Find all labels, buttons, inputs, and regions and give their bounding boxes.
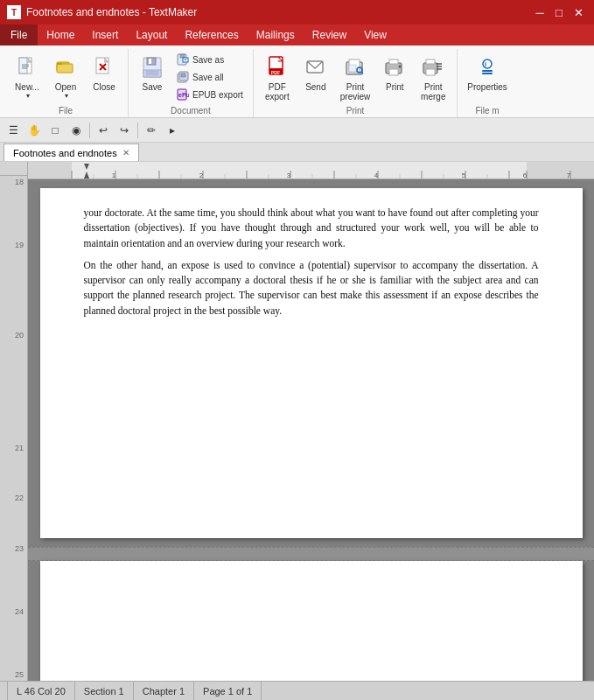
tab-close-icon[interactable]: ✕ xyxy=(122,148,129,158)
open-icon xyxy=(52,53,80,81)
save-as-button[interactable]: Save as xyxy=(172,51,248,68)
toolbar-zoom-btn[interactable]: ◉ xyxy=(66,121,86,140)
save-all-button[interactable]: Save all xyxy=(172,68,248,86)
toolbar-page-btn[interactable]: □ xyxy=(45,121,65,140)
epub-export-label: EPUB export xyxy=(192,90,243,100)
menu-bar: File Home Insert Layout References Maili… xyxy=(0,24,594,46)
svg-text:3: 3 xyxy=(287,172,291,179)
svg-text:ePub: ePub xyxy=(178,92,189,98)
page-separator xyxy=(28,547,594,561)
print-preview-icon xyxy=(341,53,369,81)
status-chapter: Chapter 1 xyxy=(134,682,194,700)
svg-rect-45 xyxy=(482,70,493,72)
menu-view[interactable]: View xyxy=(355,24,395,46)
print-merge-button[interactable]: Printmerge xyxy=(415,51,451,104)
line-18: 18 xyxy=(0,176,27,188)
window-controls: ─ □ ✕ xyxy=(531,4,587,20)
pdf-icon: PDF xyxy=(263,53,291,81)
line-25: 25 xyxy=(0,668,27,681)
minimize-button[interactable]: ─ xyxy=(531,4,549,20)
ribbon-group-print: PDF PDFexport Send xyxy=(255,49,458,117)
svg-rect-17 xyxy=(180,54,185,58)
line-margin: 18 19 20 21 22 23 24 25 xyxy=(0,162,28,681)
status-section: Section 1 xyxy=(75,682,134,700)
ribbon: New... Open xyxy=(0,46,594,118)
print-label: Print xyxy=(386,82,404,92)
tab-bar: Footnotes and endnotes ✕ xyxy=(0,143,594,162)
open-button[interactable]: Open xyxy=(47,51,84,102)
print-preview-label: Printpreview xyxy=(340,82,370,102)
toolbar-redo-btn[interactable]: ↪ xyxy=(115,121,134,140)
svg-rect-46 xyxy=(482,73,493,74)
svg-text:5: 5 xyxy=(462,172,466,179)
file-group-label: File xyxy=(59,106,73,116)
svg-text:7: 7 xyxy=(567,172,571,179)
new-label: New... xyxy=(15,82,39,92)
line-21: 21 xyxy=(0,442,27,454)
close-button[interactable]: Close xyxy=(86,51,122,94)
send-button[interactable]: Send xyxy=(297,51,334,94)
ribbon-group-file: New... Open xyxy=(5,49,129,117)
svg-rect-34 xyxy=(389,60,398,64)
save-button[interactable]: Save xyxy=(134,51,171,94)
new-button[interactable]: New... xyxy=(9,51,45,102)
ruler-left xyxy=(0,162,27,176)
ribbon-group-fileinfo: i Properties File m xyxy=(459,49,517,117)
properties-icon: i xyxy=(473,53,501,81)
paragraph-2: On the other hand, an expose is used to … xyxy=(84,258,539,318)
toolbar: ☰ ✋ □ ◉ ↩ ↪ ✏ ▸ xyxy=(0,118,594,143)
close-button[interactable]: ✕ xyxy=(570,4,587,20)
epub-export-button[interactable]: ePub EPUB export xyxy=(172,86,248,103)
editor-area: 18 19 20 21 22 23 24 25 xyxy=(0,162,594,681)
svg-point-36 xyxy=(399,66,402,68)
toolbar-edit-btn[interactable]: ✏ xyxy=(142,121,161,140)
tab-footnotes[interactable]: Footnotes and endnotes ✕ xyxy=(3,144,139,161)
save-icon xyxy=(138,53,166,81)
toolbar-sep-2 xyxy=(137,122,138,138)
ruler-content: 1 2 3 4 5 6 7 xyxy=(28,162,594,178)
svg-text:1: 1 xyxy=(112,172,116,179)
menu-review[interactable]: Review xyxy=(304,24,355,46)
window-title: Footnotes and endnotes - TextMaker xyxy=(26,6,531,18)
print-button[interactable]: Print xyxy=(376,51,413,94)
toolbar-play-btn[interactable]: ▸ xyxy=(163,121,182,140)
send-label: Send xyxy=(305,82,325,92)
save-all-label: Save all xyxy=(192,73,224,82)
document-page-2[interactable] xyxy=(40,561,583,681)
menu-mailings[interactable]: Mailings xyxy=(248,24,304,46)
line-22: 22 xyxy=(0,492,27,504)
save-label: Save xyxy=(143,82,163,92)
maximize-button[interactable]: □ xyxy=(550,4,568,20)
properties-label: Properties xyxy=(467,82,507,92)
menu-file[interactable]: File xyxy=(0,24,38,46)
menu-references[interactable]: References xyxy=(176,24,247,46)
save-stacked: Save as Save all ePub xyxy=(172,51,248,103)
toolbar-hand-btn[interactable]: ✋ xyxy=(24,121,44,140)
svg-rect-35 xyxy=(389,69,398,75)
svg-rect-48 xyxy=(72,162,527,179)
menu-layout[interactable]: Layout xyxy=(127,24,176,46)
svg-line-32 xyxy=(362,73,364,74)
line-23: 23 xyxy=(0,542,27,555)
status-bar: L 46 Col 20 Section 1 Chapter 1 Page 1 o… xyxy=(0,681,594,700)
svg-rect-38 xyxy=(426,60,435,64)
svg-rect-6 xyxy=(57,64,73,73)
toolbar-undo-btn[interactable]: ↩ xyxy=(94,121,113,140)
ruler: 1 2 3 4 5 6 7 xyxy=(28,162,594,179)
menu-home[interactable]: Home xyxy=(38,24,83,46)
print-preview-button[interactable]: Printpreview xyxy=(336,51,374,104)
svg-rect-15 xyxy=(146,71,158,75)
toolbar-menu-btn[interactable]: ☰ xyxy=(3,121,23,140)
menu-insert[interactable]: Insert xyxy=(83,24,127,46)
document-canvas[interactable]: 1 2 3 4 5 6 7 xyxy=(28,162,594,681)
print-merge-label: Printmerge xyxy=(421,82,445,102)
svg-rect-39 xyxy=(426,69,435,75)
pdf-export-button[interactable]: PDF PDFexport xyxy=(259,51,296,104)
document-page[interactable]: your doctorate. At the same time, you sh… xyxy=(40,188,583,538)
tab-footnotes-label: Footnotes and endnotes xyxy=(13,148,117,158)
paragraph-1: your doctorate. At the same time, you sh… xyxy=(84,206,539,251)
close-icon xyxy=(90,53,118,81)
svg-text:4: 4 xyxy=(374,172,379,179)
svg-rect-30 xyxy=(349,65,356,72)
properties-button[interactable]: i Properties xyxy=(463,51,512,94)
